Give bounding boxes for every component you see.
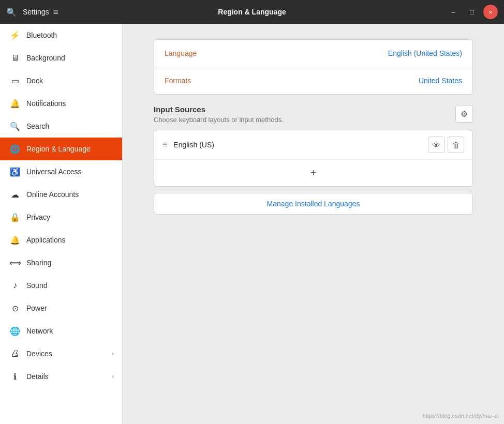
input-sources-header: Input Sources Choose keyboard layouts or… — [154, 105, 473, 124]
minimize-button[interactable]: – — [446, 5, 461, 19]
main-layout: ⚡ Bluetooth 🖥 Background ▭ Dock 🔔 Notifi… — [0, 24, 504, 424]
details-chevron: › — [112, 373, 114, 380]
manage-languages-button[interactable]: Manage Installed Languages — [154, 193, 473, 215]
sidebar-item-dock[interactable]: ▭ Dock — [0, 69, 122, 92]
sidebar-item-privacy[interactable]: 🔒 Privacy — [0, 206, 122, 229]
network-icon: 🌐 — [10, 326, 20, 336]
input-source-name: English (US) — [173, 141, 425, 149]
app-name: Settings — [23, 8, 49, 16]
sidebar-label-sound: Sound — [26, 281, 114, 290]
add-icon: + — [310, 167, 317, 179]
language-label: Language — [165, 49, 388, 57]
sidebar-label-universal-access: Universal Access — [26, 168, 114, 176]
power-icon: ⊙ — [10, 303, 20, 313]
sidebar: ⚡ Bluetooth 🖥 Background ▭ Dock 🔔 Notifi… — [0, 24, 123, 424]
maximize-button[interactable]: □ — [465, 5, 479, 19]
page-title: Region & Language — [218, 8, 286, 16]
sidebar-label-background: Background — [26, 54, 114, 62]
sidebar-item-bluetooth[interactable]: ⚡ Bluetooth — [0, 24, 122, 47]
language-formats-card: Language English (United States) Formats… — [154, 39, 473, 95]
details-icon: ℹ — [10, 371, 20, 382]
sidebar-item-notifications[interactable]: 🔔 Notifications — [0, 92, 122, 115]
background-icon: 🖥 — [10, 53, 20, 63]
language-row[interactable]: Language English (United States) — [154, 40, 472, 67]
sidebar-label-power: Power — [26, 304, 114, 312]
formats-row[interactable]: Formats United States — [154, 67, 472, 94]
sidebar-item-details[interactable]: ℹ Details › — [0, 365, 122, 388]
sidebar-label-bluetooth: Bluetooth — [26, 31, 114, 39]
menu-icon[interactable]: ≡ — [53, 7, 59, 18]
online-accounts-icon: ☁ — [10, 189, 20, 200]
sidebar-item-search[interactable]: 🔍 Search — [0, 115, 122, 138]
universal-access-icon: ♿ — [10, 166, 20, 177]
sidebar-label-details: Details — [26, 372, 106, 381]
search-nav-icon: 🔍 — [10, 121, 20, 131]
sidebar-item-devices[interactable]: 🖨 Devices › — [0, 342, 122, 365]
sidebar-label-search: Search — [26, 122, 114, 130]
input-sources-text: Input Sources Choose keyboard layouts or… — [154, 105, 455, 124]
applications-icon: 🔔 — [10, 235, 20, 245]
sidebar-item-power[interactable]: ⊙ Power — [0, 297, 122, 320]
privacy-icon: 🔒 — [10, 212, 20, 222]
notifications-icon: 🔔 — [10, 98, 20, 109]
formats-label: Formats — [165, 77, 419, 85]
language-value[interactable]: English (United States) — [388, 49, 462, 57]
sidebar-item-applications[interactable]: 🔔 Applications — [0, 229, 122, 251]
sidebar-label-dock: Dock — [26, 77, 114, 85]
input-sources-subtitle: Choose keyboard layouts or input methods… — [154, 116, 455, 124]
sidebar-item-region[interactable]: 🌐 Region & Language — [0, 138, 122, 160]
sidebar-label-applications: Applications — [26, 236, 114, 244]
sharing-icon: ⟺ — [10, 258, 20, 268]
sidebar-label-notifications: Notifications — [26, 99, 114, 108]
bluetooth-icon: ⚡ — [10, 30, 20, 40]
window-controls: – □ × — [446, 5, 498, 19]
devices-chevron: › — [112, 350, 114, 357]
preview-button[interactable]: 👁 — [428, 137, 444, 153]
sidebar-label-online-accounts: Online Accounts — [26, 190, 114, 199]
region-icon: 🌐 — [10, 144, 20, 154]
dock-icon: ▭ — [10, 75, 20, 86]
input-source-card: ≡ English (US) 👁 🗑 + — [154, 130, 473, 187]
input-source-row: ≡ English (US) 👁 🗑 — [154, 130, 472, 160]
close-button[interactable]: × — [483, 5, 498, 19]
sidebar-item-network[interactable]: 🌐 Network — [0, 320, 122, 342]
sidebar-item-sharing[interactable]: ⟺ Sharing — [0, 251, 122, 274]
input-sources-gear-button[interactable]: ⚙ — [455, 105, 473, 123]
drag-handle-icon: ≡ — [162, 140, 167, 149]
sidebar-item-online-accounts[interactable]: ☁ Online Accounts — [0, 183, 122, 206]
sidebar-label-devices: Devices — [26, 350, 106, 358]
formats-value[interactable]: United States — [419, 77, 462, 85]
devices-icon: 🖨 — [10, 349, 20, 359]
sidebar-label-privacy: Privacy — [26, 213, 114, 221]
search-icon[interactable]: 🔍 — [6, 7, 17, 17]
sidebar-label-sharing: Sharing — [26, 259, 114, 267]
titlebar: 🔍 Settings ≡ Region & Language – □ × — [0, 0, 504, 24]
content-area: Language English (United States) Formats… — [123, 24, 504, 424]
add-input-source-row[interactable]: + — [154, 160, 472, 186]
sidebar-item-sound[interactable]: ♪ Sound — [0, 274, 122, 297]
remove-input-source-button[interactable]: 🗑 — [448, 137, 464, 153]
sidebar-item-universal-access[interactable]: ♿ Universal Access — [0, 160, 122, 183]
sidebar-label-region: Region & Language — [26, 145, 114, 153]
watermark: https://blog.csdn.net/dy/mar-di — [423, 413, 499, 419]
input-sources-title: Input Sources — [154, 105, 455, 114]
sidebar-item-background[interactable]: 🖥 Background — [0, 47, 122, 69]
sidebar-label-network: Network — [26, 327, 114, 335]
sound-icon: ♪ — [10, 280, 20, 291]
